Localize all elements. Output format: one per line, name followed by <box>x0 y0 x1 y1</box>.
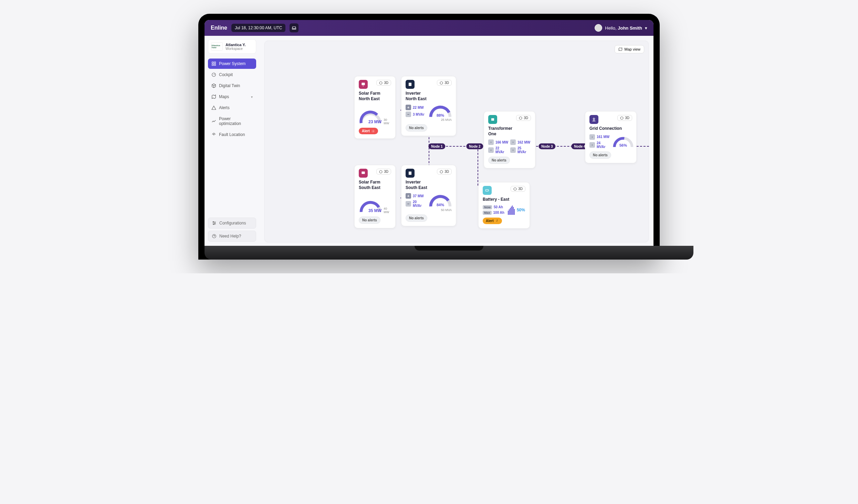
alert-badge[interactable]: Alert <box>359 128 378 134</box>
nav-alerts[interactable]: Alerts <box>208 103 256 113</box>
nav-power-system[interactable]: Power System <box>208 59 256 69</box>
nav-label: Digital Twin <box>219 83 240 88</box>
stat: 22 MVAr <box>495 146 509 154</box>
gear-icon <box>372 129 375 133</box>
connector <box>478 146 478 186</box>
svg-point-11 <box>373 130 374 132</box>
node-3[interactable]: Node 3 <box>538 144 555 149</box>
cube-icon <box>440 170 443 174</box>
card-battery-east[interactable]: 3D Battery - East Now50 Ah Max100 Ah 50%… <box>478 182 530 229</box>
card-transformer-one[interactable]: 3D Transformer One ›166 MW ›162 MW ›22 M… <box>484 111 535 168</box>
gauge-pct: 56% <box>619 143 627 147</box>
3d-button[interactable]: 3D <box>437 169 452 175</box>
gauge-max: 25 MVA <box>406 118 452 122</box>
node-1[interactable]: Node 1 <box>428 144 445 149</box>
stat-p: ›161 MW <box>589 134 610 140</box>
grid-icon <box>211 61 216 66</box>
card-inverter-south-east[interactable]: 3D Inverter South East +37 MW −20 MVAr 8… <box>401 165 456 226</box>
canvas: Map view Node 1 Node 2 Node 3 Node 4 3D … <box>260 36 653 247</box>
stat-grid: ›166 MW ›162 MW ›22 MVAr ›25 MVAr <box>488 139 531 154</box>
cube-icon <box>440 81 443 85</box>
workspace-selector[interactable]: Atlantica Yield Atlantica Y. Workspace <box>208 39 256 54</box>
node-2[interactable]: Node 2 <box>466 144 483 149</box>
nav-label: Fault Location <box>219 132 245 137</box>
nav-label: Configurations <box>219 221 246 225</box>
signal-icon <box>211 132 216 137</box>
laptop-base <box>205 246 693 260</box>
map-icon <box>618 47 622 51</box>
3d-button[interactable]: 3D <box>617 115 632 121</box>
card-grid-connection[interactable]: 3D Grid Connection ›161 MW ›24 MVAr 56% … <box>585 111 637 163</box>
stat: 162 MW <box>517 140 530 144</box>
nav-fault-location[interactable]: Fault Location <box>208 129 256 140</box>
map-view-button[interactable]: Map view <box>615 45 644 53</box>
nav-label: Power System <box>219 61 245 66</box>
solar-icon <box>359 80 368 89</box>
nav-cockpit[interactable]: Cockpit <box>208 70 256 80</box>
card-inverter-north-east[interactable]: 3D Inverter North East +22 MW −3 MVAr 88… <box>401 76 456 136</box>
svg-rect-15 <box>491 118 494 121</box>
gauge-value: 35 MW <box>368 208 381 213</box>
cube-icon <box>519 116 522 120</box>
svg-rect-0 <box>212 62 213 63</box>
cube-icon <box>379 170 383 174</box>
cube-icon <box>620 116 624 120</box>
topbar: Enline Jul 18, 12:30:00 AM, UTC Hello, J… <box>205 20 653 36</box>
card-title: Transformer One <box>488 126 531 137</box>
stat-q: ›24 MVAr <box>589 141 610 149</box>
avatar <box>595 24 602 32</box>
card-title: Grid Connection <box>589 126 632 132</box>
pylon-icon <box>589 115 598 124</box>
no-alerts-badge: No alerts <box>406 214 427 222</box>
chevron-down-icon: ▾ <box>251 95 253 99</box>
3d-button[interactable]: 3D <box>511 186 525 192</box>
no-alerts-badge: No alerts <box>488 157 510 164</box>
gauge-max: 30 MW <box>384 118 391 125</box>
chart-icon <box>211 119 216 124</box>
nav-power-optimization[interactable]: Power optimization <box>208 114 256 129</box>
laptop-frame: Enline Jul 18, 12:30:00 AM, UTC Hello, J… <box>198 14 660 260</box>
3d-button[interactable]: 3D <box>376 169 391 175</box>
card-solar-north-east[interactable]: 3D Solar Farm North East 23 MW 30 MW Ale… <box>354 76 396 139</box>
svg-point-6 <box>213 221 214 222</box>
timestamp-chip[interactable]: Jul 18, 12:30:00 AM, UTC <box>231 24 285 32</box>
alert-badge[interactable]: Alert <box>483 218 502 224</box>
gauge-value: 23 MW <box>368 119 381 124</box>
nav-help[interactable]: Need Help? <box>208 231 256 242</box>
svg-rect-1 <box>214 62 216 63</box>
3d-button[interactable]: 3D <box>516 115 531 121</box>
workspace-logo: Atlantica Yield <box>211 42 223 51</box>
card-title: Solar Farm North East <box>359 91 391 102</box>
nav-digital-twin[interactable]: Digital Twin <box>208 81 256 91</box>
canvas-inner[interactable]: Map view Node 1 Node 2 Node 3 Node 4 3D … <box>264 41 649 242</box>
stat: 166 MW <box>495 140 508 144</box>
user-menu[interactable]: Hello, John Smith ▾ <box>595 24 647 32</box>
greeting: Hello, <box>605 25 618 31</box>
map-icon <box>211 94 216 99</box>
cube-icon <box>513 187 517 191</box>
map-view-label: Map view <box>625 47 640 51</box>
gauge: 88% <box>428 104 452 117</box>
nav-configurations[interactable]: Configurations <box>208 218 256 229</box>
gauge: 84% <box>428 194 452 207</box>
3d-button[interactable]: 3D <box>376 80 391 86</box>
no-alerts-badge: No alerts <box>359 217 380 224</box>
gauge: 56% <box>612 136 634 147</box>
card-title: Inverter South East <box>406 180 452 190</box>
card-solar-south-east[interactable]: 3D Solar Farm South East 35 MW 40 MW No … <box>354 165 396 228</box>
gauge-icon <box>211 72 216 77</box>
svg-rect-2 <box>212 64 213 65</box>
cube-icon <box>211 83 216 88</box>
svg-point-5 <box>213 134 214 135</box>
3d-button[interactable]: 3D <box>437 80 452 86</box>
stat-q: −3 MVAr <box>406 112 426 117</box>
inbox-icon[interactable] <box>290 23 299 32</box>
stat-p: +22 MW <box>406 105 426 110</box>
inverter-icon <box>406 80 415 89</box>
svg-rect-10 <box>362 83 365 85</box>
nav-maps[interactable]: Maps ▾ <box>208 92 256 102</box>
cube-icon <box>379 81 383 85</box>
card-title: Battery - East <box>483 197 525 202</box>
sidebar: Atlantica Yield Atlantica Y. Workspace P… <box>205 36 260 247</box>
chevron-down-icon: ▾ <box>645 25 647 31</box>
